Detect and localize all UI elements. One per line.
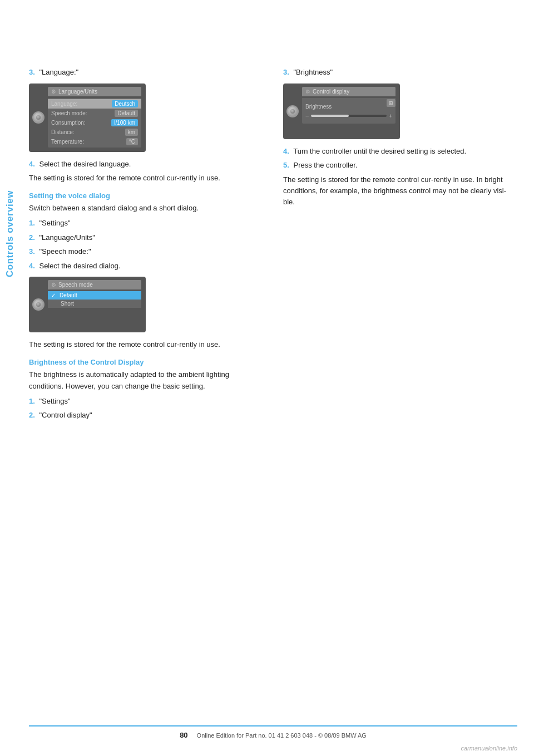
brightness-right-icon: ⊞ xyxy=(387,99,395,107)
speech-gear-icon: ⚙ xyxy=(51,282,56,288)
speech-knob-inner xyxy=(36,302,41,307)
speech-option-label: Short xyxy=(61,301,74,307)
brightness-fill xyxy=(311,115,349,117)
watermark: carmanualonline.info xyxy=(461,745,517,752)
substep-2: 2. "Language/Units" xyxy=(29,232,263,243)
speech-option: ✓ Default xyxy=(48,291,141,300)
row-value: Default xyxy=(115,110,138,117)
speech-screen-body: ✓ DefaultShort xyxy=(48,291,141,308)
substep-4: 4. Select the desired dialog. xyxy=(29,261,263,272)
brightness-label: Brightness xyxy=(305,104,392,110)
language-screen-row: Temperature:°C xyxy=(48,137,141,146)
brightness-gear-icon: ⚙ xyxy=(305,89,310,95)
gear-icon: ⚙ xyxy=(51,89,56,95)
row-label: Distance: xyxy=(51,129,125,135)
row-label: Consumption: xyxy=(51,120,111,126)
row-value: km xyxy=(125,129,138,136)
speech-screen-title: Speech mode xyxy=(58,282,93,288)
substep-2-num: 2. xyxy=(29,233,35,242)
footer-copyright: Online Edition for Part no. 01 41 2 603 … xyxy=(197,732,367,739)
substep-3-num: 3. xyxy=(29,247,35,256)
brightness-knob-inner xyxy=(290,109,295,114)
bstep-2-num: 2. xyxy=(29,411,35,419)
bstep-1: 1. "Settings" xyxy=(29,396,263,407)
bstep-1-num: 1. xyxy=(29,397,35,405)
brightness-plus-icon: + xyxy=(389,112,392,119)
brightness-body: The brightness is automatically adapted … xyxy=(29,369,263,391)
step-4: 4. Select the desired language. xyxy=(29,159,263,170)
right-step-3-text: "Brightness" xyxy=(293,68,333,76)
brightness-minus-icon: − xyxy=(305,112,309,119)
body-text-2: The setting is stored for the remote con… xyxy=(29,339,263,350)
language-screen-body: Language:DeutschSpeech mode:DefaultConsu… xyxy=(48,98,141,148)
bstep-2: 2. "Control display" xyxy=(29,410,263,421)
voice-dialog-body: Switch between a standard dialog and a s… xyxy=(29,203,263,214)
brightness-bar xyxy=(311,115,386,117)
step-4-text: Select the desired language. xyxy=(39,160,131,168)
language-screen-row: Consumption:l/100 km xyxy=(48,118,141,127)
right-step-4-num: 4. xyxy=(283,147,289,155)
right-step-3: 3. "Brightness" xyxy=(283,67,517,78)
right-body-text: The setting is stored for the remote con… xyxy=(283,174,517,208)
voice-dialog-heading: Setting the voice dialog xyxy=(29,192,263,200)
knob-inner xyxy=(36,115,41,120)
right-step-4: 4. Turn the controller until the desired… xyxy=(283,146,517,157)
row-label: Temperature: xyxy=(51,139,126,145)
right-step-5: 5. Press the controller. xyxy=(283,160,517,171)
substep-2-text: "Language/Units" xyxy=(39,233,95,242)
substep-1: 1. "Settings" xyxy=(29,218,263,229)
step-3-text: "Language:" xyxy=(39,68,78,76)
body-text-1: The setting is stored for the remote con… xyxy=(29,173,263,184)
brightness-heading: Brightness of the Control Display xyxy=(29,358,263,366)
substep-1-text: "Settings" xyxy=(39,219,70,227)
row-value: l/100 km xyxy=(111,119,138,126)
page-number: 80 xyxy=(180,731,187,739)
row-value: °C xyxy=(126,138,138,145)
substep-3: 3. "Speech mode:" xyxy=(29,246,263,257)
speech-option-label: Default xyxy=(60,292,77,298)
row-value: Deutsch xyxy=(112,100,138,107)
right-step-4-text: Turn the controller until the desired se… xyxy=(293,147,466,155)
speech-knob xyxy=(32,298,44,311)
right-step-5-num: 5. xyxy=(283,161,289,169)
step-number-4: 4. xyxy=(29,160,35,168)
right-step-5-text: Press the controller. xyxy=(293,161,357,169)
step-number-3: 3. xyxy=(29,68,35,76)
speech-mode-screen: ⚙ Speech mode ✓ DefaultShort xyxy=(29,277,146,332)
row-label: Speech mode: xyxy=(51,110,115,116)
sidebar-label: Controls overview xyxy=(0,67,20,401)
brightness-bar-container: − + xyxy=(305,112,392,119)
screen-top-bar: ⚙ Language/Units xyxy=(48,87,141,96)
brightness-screen-title: Control display xyxy=(313,89,349,95)
substep-1-num: 1. xyxy=(29,219,35,227)
substep-4-num: 4. xyxy=(29,262,35,270)
language-screen-title: Language/Units xyxy=(58,89,97,95)
language-screen-row: Speech mode:Default xyxy=(48,109,141,118)
brightness-screen: ⚙ Control display Brightness − + ⊞ xyxy=(283,84,400,139)
right-column: 3. "Brightness" ⚙ Control display Bright… xyxy=(283,67,517,424)
footer: 80 Online Edition for Part no. 01 41 2 6… xyxy=(29,725,517,739)
right-step-3-num: 3. xyxy=(283,68,289,76)
speech-option: Short xyxy=(48,300,141,308)
speech-screen-top-bar: ⚙ Speech mode xyxy=(48,280,141,289)
substep-3-text: "Speech mode:" xyxy=(39,247,91,256)
step-3-language: 3. "Language:" xyxy=(29,67,263,78)
bstep-1-text: "Settings" xyxy=(39,397,70,405)
language-screen-row: Language:Deutsch xyxy=(48,99,141,109)
language-units-screen: ⚙ Language/Units Language:DeutschSpeech … xyxy=(29,84,146,152)
brightness-knob xyxy=(286,105,299,117)
language-screen-row: Distance:km xyxy=(48,127,141,137)
brightness-content: Brightness − + xyxy=(302,98,395,124)
bstep-2-text: "Control display" xyxy=(39,411,92,419)
substep-4-text: Select the desired dialog. xyxy=(39,262,120,270)
brightness-screen-top-bar: ⚙ Control display xyxy=(302,87,395,96)
row-label: Language: xyxy=(51,101,112,107)
check-icon: ✓ xyxy=(51,292,56,298)
knob xyxy=(32,111,44,124)
left-column: 3. "Language:" ⚙ Language/Units Language… xyxy=(29,67,263,424)
